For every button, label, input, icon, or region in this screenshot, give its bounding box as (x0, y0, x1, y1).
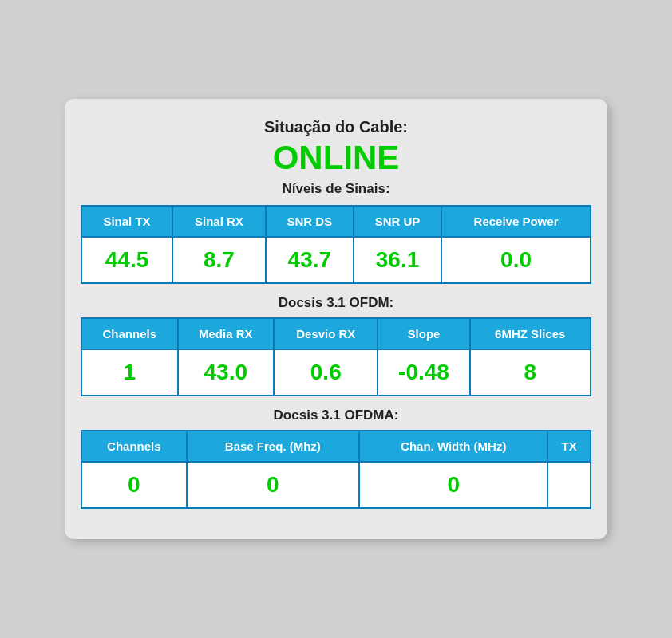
col-header-receive-power: Receive Power (441, 206, 591, 237)
ofdma-val-base-freq: 0 (187, 462, 359, 508)
ofdm-val-6mhz: 8 (470, 349, 591, 396)
ofdma-val-chan-width: 0 (359, 462, 547, 508)
col-header-sinal-tx: Sinal TX (81, 206, 172, 237)
ofdm-col-slope: Slope (378, 318, 469, 349)
value-receive-power: 0.0 (441, 237, 591, 283)
value-sinal-rx: 8.7 (172, 237, 266, 283)
value-snr-up: 36.1 (354, 237, 441, 283)
col-header-snr-up: SNR UP (354, 206, 441, 237)
ofdma-section-label: Docsis 3.1 OFDMA: (81, 408, 591, 423)
signal-levels-label: Níveis de Sinais: (81, 181, 591, 197)
ofdm-table: Channels Media RX Desvio RX Slope 6MHZ S… (81, 317, 591, 396)
ofdm-col-media-rx: Media RX (178, 318, 275, 349)
col-header-sinal-rx: Sinal RX (172, 206, 266, 237)
ofdm-col-6mhz: 6MHZ Slices (470, 318, 591, 349)
ofdm-section-label: Docsis 3.1 OFDM: (81, 295, 591, 311)
signals-table: Sinal TX Sinal RX SNR DS SNR UP Receive … (81, 205, 591, 284)
value-sinal-tx: 44.5 (81, 237, 172, 283)
ofdma-val-channels: 0 (81, 462, 187, 508)
ofdm-col-desvio-rx: Desvio RX (274, 318, 378, 349)
cable-status-label: Situação do Cable: (81, 118, 591, 136)
ofdm-col-channels: Channels (81, 318, 178, 349)
online-status: ONLINE (81, 140, 591, 176)
ofdm-val-slope: -0.48 (378, 349, 469, 396)
ofdma-col-chan-width: Chan. Width (MHz) (359, 431, 547, 462)
value-snr-ds: 43.7 (266, 237, 354, 283)
ofdm-val-channels: 1 (81, 349, 178, 396)
ofdma-col-base-freq: Base Freq. (Mhz) (187, 431, 359, 462)
status-section: Situação do Cable: ONLINE Níveis de Sina… (81, 118, 591, 197)
ofdm-val-desvio-rx: 0.6 (274, 349, 378, 396)
main-card: Situação do Cable: ONLINE Níveis de Sina… (65, 99, 607, 539)
ofdma-col-channels: Channels (81, 431, 187, 462)
ofdma-table: Channels Base Freq. (Mhz) Chan. Width (M… (81, 430, 591, 509)
col-header-snr-ds: SNR DS (266, 206, 354, 237)
ofdma-val-tx (547, 462, 591, 508)
ofdm-val-media-rx: 43.0 (178, 349, 275, 396)
ofdma-col-tx: TX (547, 431, 591, 462)
